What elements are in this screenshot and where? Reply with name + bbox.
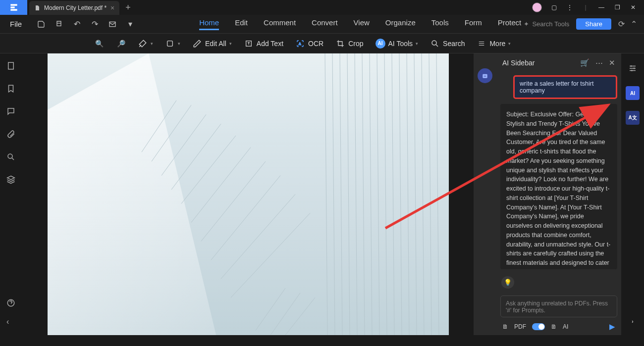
kebab-icon[interactable]: ⋮: [566, 3, 574, 11]
svg-line-21: [340, 53, 342, 335]
ai-tools-button[interactable]: AIAI Tools▾: [376, 39, 419, 49]
svg-line-27: [384, 53, 387, 335]
svg-line-11: [161, 114, 206, 175]
svg-line-24: [362, 53, 365, 335]
svg-text:A: A: [299, 42, 301, 46]
svg-line-28: [392, 53, 394, 335]
add-text-button[interactable]: Add Text: [244, 39, 283, 49]
lightbulb-button[interactable]: 💡: [501, 276, 514, 289]
svg-line-32: [422, 53, 424, 335]
dropdown-icon[interactable]: ▾: [126, 20, 135, 29]
svg-point-39: [484, 76, 485, 77]
app-logo[interactable]: [0, 0, 27, 15]
menu-bar: File ↶ ↷ ▾ Home Edit Comment Convert Vie…: [0, 15, 644, 34]
svg-line-16: [211, 176, 280, 260]
svg-line-12: [171, 124, 221, 190]
file-menu[interactable]: File: [0, 20, 32, 28]
svg-line-29: [399, 53, 402, 335]
svg-line-31: [414, 53, 417, 335]
svg-point-7: [8, 154, 12, 158]
svg-rect-38: [483, 74, 487, 78]
sparkle-icon: ✦: [524, 20, 529, 28]
ai-label: AI: [563, 323, 568, 330]
send-icon[interactable]: ▶: [609, 322, 615, 331]
svg-rect-6: [8, 62, 14, 69]
redo-icon[interactable]: ↷: [90, 20, 99, 29]
ocr-button[interactable]: AOCR: [295, 39, 323, 49]
right-rail: AI A文 ›: [621, 53, 644, 335]
svg-line-33: [429, 53, 431, 335]
ai-response-box: Subject: Exclusive Offer: Get the Stylis…: [500, 104, 617, 269]
title-bar: Modern City Letter.pdf * × + ▢ ⋮ | — ❐ ✕: [0, 0, 644, 15]
zoom-out-button[interactable]: 🔍: [94, 39, 104, 49]
edit-all-button[interactable]: Edit All▾: [192, 39, 232, 49]
comments-icon[interactable]: [6, 107, 16, 117]
pdf-ai-toggle[interactable]: [532, 323, 545, 330]
chat-icon[interactable]: ▢: [550, 3, 558, 11]
search-tools-label: Search Tools: [532, 20, 569, 28]
document-tab[interactable]: Modern City Letter.pdf * ×: [29, 1, 119, 15]
svg-line-20: [332, 53, 335, 335]
bookmarks-icon[interactable]: [6, 84, 16, 94]
menu-home[interactable]: Home: [199, 18, 219, 30]
menu-organize[interactable]: Organize: [385, 18, 416, 30]
layers-icon[interactable]: [6, 175, 16, 185]
maximize-button[interactable]: ❐: [613, 3, 621, 11]
print-icon[interactable]: [54, 20, 63, 29]
svg-line-34: [436, 53, 439, 335]
menu-form[interactable]: Form: [465, 18, 482, 30]
shape-button[interactable]: ▾: [165, 39, 180, 49]
minimize-button[interactable]: —: [597, 3, 605, 11]
attachments-icon[interactable]: [6, 130, 16, 140]
menu-edit[interactable]: Edit: [235, 18, 248, 30]
ai-doc-icon: 🗎: [551, 323, 557, 330]
save-icon[interactable]: [37, 20, 46, 29]
ai-assistant-bubble-icon[interactable]: [478, 68, 492, 83]
menu-view[interactable]: View: [354, 18, 370, 30]
avatar[interactable]: [532, 2, 542, 12]
collapse-left-icon[interactable]: ‹: [6, 317, 16, 327]
menu-protect[interactable]: Protect: [498, 18, 522, 30]
crop-button[interactable]: Crop: [335, 39, 363, 49]
translate-rail-button[interactable]: A文: [626, 111, 640, 125]
svg-line-13: [181, 136, 236, 204]
ai-prompt-placeholder: Ask anything unrelated to PDFs. Press '#…: [506, 300, 608, 314]
menu-convert[interactable]: Convert: [312, 18, 338, 30]
left-sidebar: ‹: [0, 53, 23, 335]
svg-line-25: [370, 53, 372, 335]
help-icon[interactable]: [6, 298, 16, 308]
ai-more-icon[interactable]: ⋯: [595, 58, 603, 67]
svg-line-35: [256, 288, 285, 330]
mail-icon[interactable]: [108, 20, 117, 29]
ai-tools-label: AI Tools: [388, 40, 413, 48]
svg-rect-0: [57, 23, 61, 26]
document-canvas[interactable]: [23, 53, 474, 335]
collapse-ribbon-icon[interactable]: ⌃: [631, 19, 637, 29]
toolbar: 🔍 🔎 ▾ ▾ Edit All▾ Add Text AOCR Crop AIA…: [0, 34, 644, 53]
expand-right-icon[interactable]: ›: [626, 314, 640, 328]
cloud-sync-icon[interactable]: ⟳: [618, 19, 625, 29]
close-tab-icon[interactable]: ×: [110, 4, 114, 12]
ai-prompt-input[interactable]: Ask anything unrelated to PDFs. Press '#…: [500, 296, 617, 317]
close-window-button[interactable]: ✕: [629, 3, 637, 11]
undo-icon[interactable]: ↶: [72, 20, 81, 29]
add-tab-button[interactable]: +: [125, 2, 131, 13]
thumbnails-icon[interactable]: [6, 61, 16, 71]
highlight-button[interactable]: ▾: [138, 39, 153, 49]
cart-icon[interactable]: 🛒: [580, 58, 590, 67]
more-button[interactable]: More▾: [477, 39, 511, 49]
close-ai-panel-icon[interactable]: ✕: [609, 58, 615, 67]
ai-rail-button[interactable]: AI: [626, 86, 640, 100]
search-button[interactable]: Search: [430, 39, 465, 49]
ocr-label: OCR: [308, 40, 323, 48]
share-button[interactable]: Share: [576, 18, 611, 30]
search-tools[interactable]: ✦ Search Tools: [524, 20, 569, 28]
menu-comment[interactable]: Comment: [264, 18, 296, 30]
svg-line-9: [142, 100, 176, 152]
find-icon[interactable]: [6, 152, 16, 162]
menu-tools[interactable]: Tools: [431, 18, 449, 30]
user-prompt-text: write a sales letter for tshirt company: [520, 80, 593, 94]
svg-line-15: [201, 161, 266, 241]
adjust-icon[interactable]: [626, 61, 640, 75]
zoom-in-button[interactable]: 🔎: [116, 39, 126, 49]
